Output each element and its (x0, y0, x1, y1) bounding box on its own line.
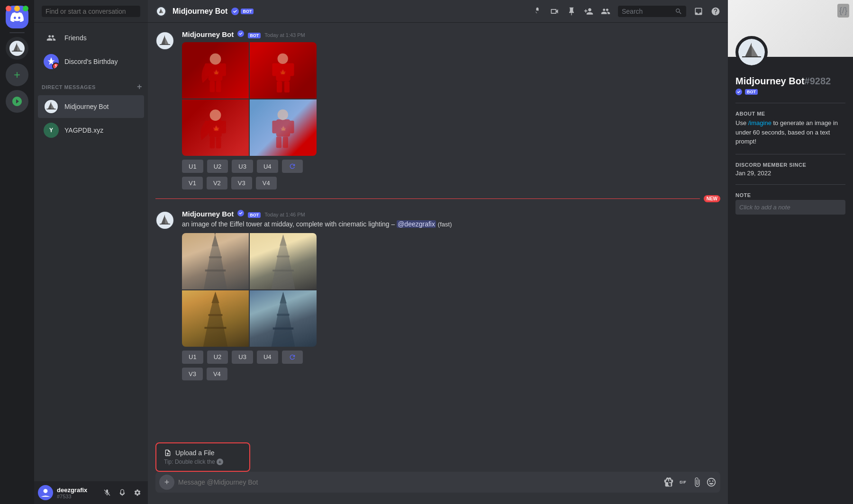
note-section: NOTE Click to add a note (735, 192, 845, 215)
sidebar-item-friends[interactable]: Friends (38, 27, 144, 49)
attachment-button[interactable] (692, 477, 702, 487)
canada-img-4: 🍁 (250, 99, 317, 156)
upscale-3-button[interactable]: U3 (232, 160, 253, 173)
find-conversation-input[interactable] (42, 6, 140, 17)
bot-badge-2: BOT (248, 212, 261, 218)
svg-rect-18 (288, 63, 294, 76)
timestamp-1: Today at 1:43 PM (264, 32, 305, 38)
svg-text:🍁: 🍁 (212, 125, 220, 133)
timestamp-2: Today at 1:46 PM (264, 212, 305, 217)
profile-avatar-container (735, 36, 768, 68)
bot-badge-1: BOT (248, 33, 261, 38)
message-content-1: Midjourney Bot BOT Today at 1:43 PM (182, 30, 720, 189)
message-input[interactable] (178, 478, 660, 486)
settings-button[interactable] (131, 486, 144, 499)
eiffel-upscale-1[interactable]: U1 (182, 351, 203, 364)
user-panel-info: deezgrafix #7533 (57, 486, 97, 499)
user-panel-actions (100, 486, 144, 499)
explore-button[interactable] (6, 90, 28, 113)
channel-icon (155, 6, 167, 17)
sidebar-divider (9, 32, 25, 33)
gif-button[interactable] (678, 477, 688, 487)
add-friend-button[interactable] (584, 7, 593, 16)
canada-img-3: 🍁 (182, 99, 249, 156)
variation-1-button[interactable]: V1 (182, 177, 203, 189)
fast-badge: (fast) (438, 221, 452, 228)
variation-4-button[interactable]: V4 (256, 177, 277, 189)
search-bar[interactable] (34, 0, 148, 23)
message-header-1: Midjourney Bot BOT Today at 1:43 PM (182, 30, 720, 38)
maximize-button[interactable] (23, 6, 28, 11)
new-badge-container: NEW (148, 191, 728, 206)
eiffel-variation-3[interactable]: V3 (182, 368, 203, 380)
sidebar-item-yagpdb[interactable]: Y YAGPDB.xyz (38, 119, 144, 142)
canada-image-grid: 🍁 � (182, 42, 317, 156)
upscale-4-button[interactable]: U4 (257, 160, 278, 173)
refresh-button-1[interactable] (282, 160, 303, 173)
svg-rect-34 (276, 136, 281, 148)
eiffel-upscale-4[interactable]: U4 (257, 351, 278, 364)
emoji-button[interactable] (706, 477, 717, 487)
eiffel-upscale-3[interactable]: U3 (232, 351, 253, 364)
svg-rect-11 (220, 63, 226, 76)
sidebar-item-discord-birthday[interactable]: 1 Discord's Birthday (38, 50, 144, 73)
profile-avatar (735, 36, 768, 68)
minimize-button[interactable] (14, 6, 20, 11)
eiffel-upscale-2[interactable]: U2 (207, 351, 228, 364)
gift-button[interactable] (663, 477, 674, 487)
upload-popup-tip: Tip: Double click the + (164, 459, 242, 466)
messages-scroll[interactable]: Midjourney Bot BOT Today at 1:43 PM (148, 23, 728, 472)
svg-rect-54 (273, 327, 294, 329)
imagine-link[interactable]: /imagine (748, 119, 771, 126)
svg-rect-51 (209, 314, 223, 316)
user-panel: deezgrafix #7533 (34, 481, 148, 504)
close-button[interactable] (6, 6, 11, 11)
search-input-header[interactable]: Search (618, 6, 686, 17)
upscale-1-button[interactable]: U1 (182, 160, 203, 173)
eiffel-refresh-button[interactable] (282, 351, 303, 364)
about-me-title: ABOUT ME (735, 111, 845, 117)
action-buttons-1-row1: U1 U2 U3 U4 (182, 160, 720, 173)
channel-name: Midjourney Bot (172, 7, 227, 16)
message-group-canada: Midjourney Bot BOT Today at 1:43 PM (148, 23, 728, 191)
member-list-button[interactable] (601, 7, 610, 16)
action-buttons-1-row2: V1 V2 V3 V4 (182, 177, 720, 189)
pin-button[interactable] (567, 7, 576, 16)
inbox-button[interactable] (694, 7, 703, 16)
variation-3-button[interactable]: V3 (231, 177, 252, 189)
plus-button[interactable]: + (159, 475, 174, 490)
chat-header-title: Midjourney Bot BOT (172, 7, 254, 16)
message-text-2: an image of the Eiffel tower at midday, … (182, 220, 720, 229)
mute-button[interactable] (100, 486, 114, 499)
server-avatar-1[interactable] (6, 37, 28, 60)
about-me-text: Use /imagine to generate an image in und… (735, 118, 845, 146)
variation-2-button[interactable]: V2 (207, 177, 227, 189)
message-input-box: + (155, 472, 720, 493)
svg-point-33 (278, 109, 288, 120)
profile-badges: BOT (735, 89, 845, 95)
profile-code-button[interactable]: {/} (837, 4, 849, 18)
svg-rect-55 (277, 314, 289, 315)
add-server-button[interactable]: + (6, 63, 28, 86)
svg-marker-45 (280, 234, 287, 246)
yagpdb-avatar: Y (44, 123, 59, 138)
help-button[interactable] (711, 7, 720, 16)
svg-rect-20 (277, 81, 282, 93)
mute-call-button[interactable] (533, 7, 542, 16)
upscale-2-button[interactable]: U2 (207, 160, 228, 173)
message-input-actions (663, 477, 717, 487)
note-input[interactable]: Click to add a note (735, 200, 845, 215)
profile-panel: {/} Midjourney Bot#9282 BOT ABOUT ME Use… (728, 0, 853, 504)
verified-icon-2 (237, 210, 244, 216)
upload-popup-title: Upload a File (164, 449, 242, 457)
new-badge-line (155, 198, 700, 199)
eiffel-variation-4[interactable]: V4 (207, 368, 227, 380)
eiffel-img-2 (250, 233, 317, 289)
video-call-button[interactable] (550, 7, 559, 16)
svg-point-26 (210, 109, 221, 121)
add-dm-button[interactable]: + (135, 81, 144, 93)
eiffel-img-3 (182, 290, 249, 347)
sidebar-item-midjourney[interactable]: Midjourney Bot (38, 95, 144, 118)
message-content-2: Midjourney Bot BOT Today at 1:46 PM an i… (182, 210, 720, 380)
deafen-button[interactable] (116, 486, 129, 499)
